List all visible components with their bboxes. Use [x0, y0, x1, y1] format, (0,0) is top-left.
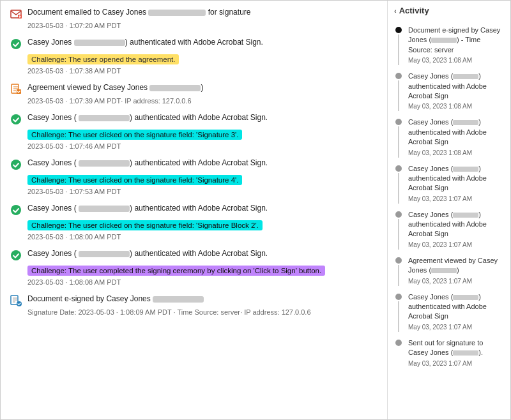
- view-icon: [10, 83, 22, 96]
- timeline-text: Document e-signed by Casey Jones ( ) - T…: [408, 26, 500, 54]
- redacted-text: [153, 296, 204, 303]
- event-block-esigned: Document e-signed by Casey Jones Signatu…: [10, 294, 378, 316]
- event-main-text: Casey Jones ( ) authenticated with Adobe…: [27, 249, 268, 258]
- event-suffix: for signature: [206, 8, 250, 17]
- timeline-content: Document e-signed by Casey Jones ( ) - T…: [408, 26, 504, 65]
- svg-point-6: [11, 160, 21, 170]
- challenge-badge: Challenge: The user clicked on the signa…: [27, 220, 263, 230]
- event-main-text: Casey Jones ) authenticated with Adobe A…: [27, 38, 263, 47]
- timeline-dot-col: [394, 71, 403, 111]
- event-text: Casey Jones ) authenticated with Adobe A…: [27, 37, 263, 48]
- timeline-text: Casey Jones ( ) authenticated with Adobe…: [408, 72, 487, 100]
- event-text: Casey Jones ( ) authenticated with Adobe…: [27, 248, 268, 259]
- event-block-auth-5: Casey Jones ( ) authenticated with Adobe…: [10, 248, 378, 286]
- timeline-line: [398, 173, 399, 204]
- timeline-line: [398, 219, 399, 250]
- email-icon: [10, 8, 22, 20]
- timeline-content: Casey Jones ( ) authenticated with Adobe…: [408, 210, 504, 250]
- challenge-badge: Challenge: The user clicked on the signa…: [27, 175, 242, 185]
- event-timestamp: 2023-05-03 · 1:07:39 AM PDT· IP address:…: [27, 97, 378, 105]
- timeline-dot: [395, 165, 402, 172]
- event-row: Document emailed to Casey Jones for sign…: [10, 7, 378, 20]
- timeline-dot: [395, 257, 402, 264]
- redacted-text: [148, 10, 206, 16]
- activity-header: ‹ Activity: [394, 6, 504, 18]
- check-icon: [10, 204, 22, 216]
- redacted-text: [79, 206, 130, 212]
- timeline-item: Document e-signed by Casey Jones ( ) - T…: [394, 26, 504, 65]
- check-icon: [10, 249, 22, 262]
- timeline-dot-col: [394, 256, 403, 286]
- redacted-text: [453, 120, 478, 125]
- event-text: Document emailed to Casey Jones for sign…: [27, 7, 250, 18]
- check-icon: [10, 113, 22, 126]
- activity-title: Activity: [399, 6, 429, 15]
- timeline-item: Sent out for signature to Casey Jones ( …: [394, 338, 504, 368]
- check-icon: [10, 38, 22, 50]
- event-text: Casey Jones ( ) authenticated with Adobe…: [27, 112, 268, 123]
- timeline-dot-col: [394, 26, 403, 65]
- event-suffix: ) authenticated with Adobe Acrobat Sign.: [130, 249, 268, 258]
- timeline-date: May 03, 2023 1:08 AM: [408, 102, 504, 111]
- event-timestamp: 2023-05-03 · 1:08:00 AM PDT: [27, 233, 378, 241]
- svg-point-7: [11, 205, 21, 215]
- svg-point-8: [11, 250, 21, 260]
- timeline-date: May 03, 2023 1:07 AM: [408, 323, 504, 332]
- timeline-text: Casey Jones ( ) authenticated with Adobe…: [408, 293, 487, 320]
- timeline-content: Agreement viewed by Casey Jones ( )May 0…: [408, 256, 504, 286]
- redacted-text: [149, 85, 201, 91]
- event-main-text: Casey Jones ( ) authenticated with Adobe…: [27, 158, 268, 167]
- event-main-text: Document e-signed by Casey Jones: [27, 294, 204, 303]
- timeline-text: Casey Jones ( ) authenticated with Adobe…: [408, 211, 487, 238]
- timeline-text: Casey Jones ( ) authenticated with Adobe…: [408, 118, 487, 146]
- challenge-badge: Challenge: The user clicked on the signa…: [27, 130, 242, 140]
- timeline-dot-col: [394, 210, 403, 250]
- timeline-content: Casey Jones ( ) authenticated with Adobe…: [408, 164, 504, 204]
- check-icon: [10, 158, 22, 171]
- svg-point-2: [11, 39, 21, 49]
- event-block-auth-2: Casey Jones ( ) authenticated with Adobe…: [10, 112, 378, 150]
- activity-sidebar: ‹ Activity Document e-signed by Casey Jo…: [388, 1, 510, 419]
- redacted-text: [453, 350, 478, 356]
- event-row: Casey Jones ( ) authenticated with Adobe…: [10, 248, 378, 262]
- timeline-item: Casey Jones ( ) authenticated with Adobe…: [394, 210, 504, 250]
- timeline-dot: [395, 27, 402, 33]
- timeline-date: May 03, 2023 1:08 AM: [408, 56, 504, 65]
- event-timestamp: 2023-05-03 · 1:07:53 AM PDT: [27, 188, 378, 195]
- event-timestamp: 2023-05-03 · 1:08:08 AM PDT: [27, 278, 378, 286]
- event-text: Agreement viewed by Casey Jones ): [27, 82, 203, 93]
- timeline-text: Agreement viewed by Casey Jones ( ): [408, 257, 498, 274]
- timeline-text: Sent out for signature to Casey Jones ( …: [408, 339, 483, 356]
- main-event-log: Document emailed to Casey Jones for sign…: [1, 1, 388, 419]
- event-row: Casey Jones ( ) authenticated with Adobe…: [10, 112, 378, 126]
- timeline-item: Casey Jones ( ) authenticated with Adobe…: [394, 164, 504, 204]
- timeline-dot: [395, 211, 402, 218]
- timeline-dot: [395, 73, 402, 79]
- timeline-line: [398, 301, 399, 332]
- timeline-line: [398, 80, 399, 111]
- activity-timeline: Document e-signed by Casey Jones ( ) - T…: [394, 26, 504, 368]
- timeline-content: Casey Jones ( ) authenticated with Adobe…: [408, 117, 504, 157]
- event-text: Casey Jones ( ) authenticated with Adobe…: [27, 158, 268, 169]
- event-block-auth-4: Casey Jones ( ) authenticated with Adobe…: [10, 203, 378, 241]
- event-row: Casey Jones ) authenticated with Adobe A…: [10, 37, 378, 50]
- event-suffix: ) authenticated with Adobe Acrobat Sign.: [125, 38, 263, 47]
- timeline-dot-col: [394, 117, 403, 157]
- collapse-icon[interactable]: ‹: [394, 7, 397, 15]
- challenge-badge: Challenge: The user completed the signin…: [27, 266, 325, 276]
- event-row: Casey Jones ( ) authenticated with Adobe…: [10, 158, 378, 171]
- timeline-dot: [395, 294, 402, 300]
- event-main-text: Agreement viewed by Casey Jones ): [27, 83, 203, 92]
- event-text: Document e-signed by Casey Jones: [27, 294, 204, 304]
- timeline-dot: [395, 119, 402, 125]
- timeline-content: Casey Jones ( ) authenticated with Adobe…: [408, 292, 504, 332]
- event-row: Document e-signed by Casey Jones: [10, 294, 378, 307]
- timeline-date: May 03, 2023 1:07 AM: [408, 359, 504, 368]
- event-timestamp: 2023-05-03 · 1:07:46 AM PDT: [27, 142, 378, 150]
- timeline-text: Casey Jones ( ) authenticated with Adobe…: [408, 165, 487, 192]
- timeline-date: May 03, 2023 1:07 AM: [408, 277, 504, 286]
- timeline-line: [398, 34, 399, 65]
- redacted-text: [431, 38, 457, 43]
- event-timestamp: Signature Date: 2023-05-03 · 1:08:09 AM …: [27, 308, 378, 316]
- svg-point-10: [17, 301, 22, 306]
